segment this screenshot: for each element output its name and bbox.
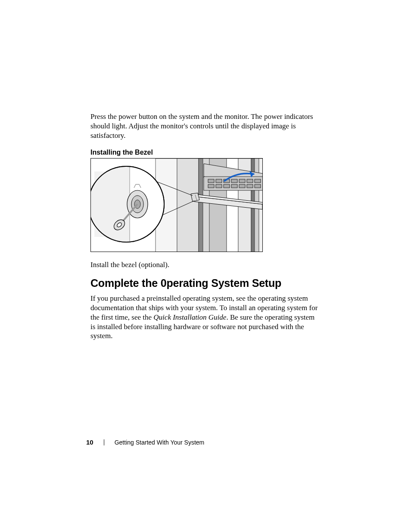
svg-rect-24 (239, 184, 245, 188)
svg-rect-16 (231, 179, 237, 183)
footer-section-title: Getting Started With Your System (115, 439, 205, 446)
svg-rect-18 (247, 179, 253, 183)
figure-caption: Install the bezel (optional). (90, 261, 319, 269)
svg-rect-17 (239, 179, 245, 183)
svg-rect-23 (231, 184, 237, 188)
footer-separator (104, 439, 104, 445)
heading-complete-os-setup: Complete the 0perating System Setup (90, 277, 319, 289)
figure-installing-bezel (90, 158, 263, 252)
svg-rect-1 (177, 159, 199, 252)
os-setup-paragraph: If you purchased a preinstalled operatin… (90, 294, 319, 341)
svg-rect-20 (208, 184, 214, 188)
svg-rect-19 (255, 179, 261, 183)
svg-rect-21 (216, 184, 222, 188)
svg-rect-13 (208, 179, 214, 183)
svg-rect-25 (247, 184, 253, 188)
svg-rect-22 (224, 184, 230, 188)
svg-rect-14 (216, 179, 222, 183)
quick-install-guide-ref: Quick Installation Guide (153, 313, 226, 321)
bezel-illustration (91, 159, 263, 252)
sub-heading-installing-bezel: Installing the Bezel (90, 149, 319, 156)
page-number: 10 (86, 439, 93, 446)
svg-rect-2 (199, 159, 203, 252)
page-content-area: Press the power button on the system and… (90, 112, 319, 347)
svg-marker-29 (191, 193, 199, 202)
page-footer: 10 Getting Started With Your System (86, 439, 204, 446)
intro-paragraph: Press the power button on the system and… (90, 112, 319, 140)
svg-rect-26 (255, 184, 261, 188)
svg-rect-12 (204, 177, 263, 190)
